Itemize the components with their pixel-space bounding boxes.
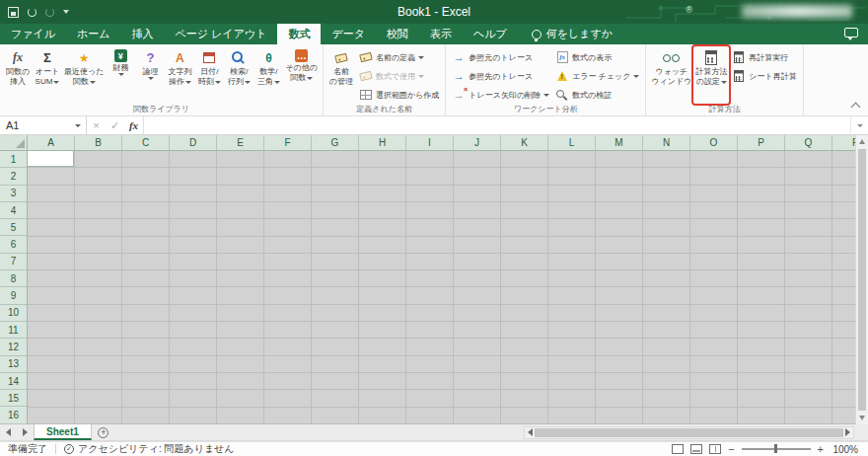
vertical-scrollbar[interactable]	[855, 135, 868, 424]
show-formulas-button[interactable]: 数式の表示	[552, 48, 642, 66]
column-header-C[interactable]: C	[122, 135, 170, 150]
more-functions-button[interactable]: その他の 関数	[283, 46, 320, 104]
zoom-slider-thumb[interactable]	[774, 444, 777, 453]
tell-me-box[interactable]: 何をしますか	[532, 24, 613, 44]
row-header-13[interactable]: 13	[0, 356, 27, 373]
sheet-nav-left-button[interactable]	[0, 424, 17, 440]
column-header-Q[interactable]: Q	[785, 135, 832, 150]
calculate-now-button[interactable]: 再計算実行	[729, 48, 799, 66]
zoom-out-button[interactable]: −	[728, 443, 734, 455]
column-header-L[interactable]: L	[548, 135, 596, 150]
row-header-16[interactable]: 16	[0, 407, 27, 423]
insert-function-fx-icon[interactable]: fx	[124, 116, 143, 134]
zoom-level[interactable]: 100%	[831, 444, 858, 455]
row-header-10[interactable]: 10	[0, 305, 27, 322]
page-layout-view-button[interactable]	[690, 444, 702, 454]
column-header-F[interactable]: F	[264, 135, 312, 150]
column-header-R[interactable]: R	[832, 135, 855, 150]
trace-precedents-button[interactable]: 参照元のトレース	[449, 48, 552, 66]
horizontal-scroll-thumb[interactable]	[535, 428, 843, 437]
column-header-E[interactable]: E	[217, 135, 264, 150]
tab-data[interactable]: データ	[321, 24, 376, 44]
formula-input[interactable]	[144, 116, 850, 134]
zoom-slider[interactable]	[742, 448, 811, 450]
tab-file[interactable]: ファイル	[0, 24, 66, 44]
tab-formulas[interactable]: 数式	[277, 24, 321, 44]
save-icon[interactable]	[8, 7, 19, 18]
scroll-right-icon[interactable]	[845, 428, 850, 436]
column-header-P[interactable]: P	[738, 135, 785, 150]
define-name-button[interactable]: 名前の定義	[356, 48, 442, 66]
row-header-4[interactable]: 4	[0, 202, 27, 219]
select-all-corner[interactable]	[0, 135, 28, 151]
undo-icon[interactable]	[28, 8, 36, 17]
column-header-B[interactable]: B	[75, 135, 122, 150]
name-box[interactable]: A1	[0, 116, 87, 134]
date-time-button[interactable]: 日付/ 時刻	[194, 46, 224, 104]
column-header-O[interactable]: O	[690, 135, 738, 150]
column-header-M[interactable]: M	[596, 135, 643, 150]
row-header-11[interactable]: 11	[0, 322, 27, 339]
column-header-I[interactable]: I	[406, 135, 454, 150]
row-header-3[interactable]: 3	[0, 186, 27, 202]
calculation-options-button[interactable]: 計算方法 の設定	[693, 46, 729, 104]
name-box-caret-icon[interactable]	[75, 124, 81, 127]
tab-help[interactable]: ヘルプ	[463, 24, 518, 44]
column-header-K[interactable]: K	[501, 135, 548, 150]
customize-qat-caret-icon[interactable]	[63, 10, 69, 14]
insert-function-button[interactable]: 関数の 挿入	[3, 46, 33, 104]
vertical-scroll-thumb[interactable]	[858, 149, 866, 411]
row-header-15[interactable]: 15	[0, 390, 27, 407]
row-header-9[interactable]: 9	[0, 287, 27, 304]
scroll-left-icon[interactable]	[528, 428, 533, 436]
calculate-sheet-button[interactable]: シート再計算	[729, 67, 799, 85]
trace-dependents-button[interactable]: 参照先のトレース	[449, 67, 552, 85]
row-header-14[interactable]: 14	[0, 373, 27, 390]
row-header-1[interactable]: 1	[0, 151, 27, 168]
row-header-7[interactable]: 7	[0, 254, 27, 270]
scroll-down-icon[interactable]	[859, 416, 865, 420]
active-cell-a1[interactable]	[28, 151, 74, 167]
lookup-reference-button[interactable]: 検索/ 行列	[224, 46, 253, 104]
column-header-D[interactable]: D	[170, 135, 217, 150]
math-trig-button[interactable]: 数学/ 三角	[253, 46, 283, 104]
row-header-8[interactable]: 8	[0, 270, 27, 287]
normal-view-button[interactable]	[672, 444, 684, 454]
comments-icon[interactable]	[844, 28, 858, 38]
watch-window-button[interactable]: ウォッチ ウィンドウ	[649, 46, 693, 104]
evaluate-formula-button[interactable]: 数式の検証	[552, 86, 642, 104]
remove-arrows-button[interactable]: トレース矢印の削除	[449, 86, 552, 104]
column-header-J[interactable]: J	[454, 135, 501, 150]
cells[interactable]	[28, 151, 855, 424]
page-break-view-button[interactable]	[709, 444, 721, 454]
financial-button[interactable]: 財務	[106, 46, 135, 104]
scroll-up-icon[interactable]	[859, 139, 865, 144]
tab-review[interactable]: 校閲	[376, 24, 419, 44]
formula-bar-expand-button[interactable]	[850, 116, 868, 134]
logical-button[interactable]: 論理	[135, 46, 165, 104]
recently-used-button[interactable]: 最近使った 関数	[62, 46, 106, 104]
accessibility-status[interactable]: ✓ アクセシビリティ: 問題ありません	[64, 442, 235, 456]
create-from-selection-button[interactable]: 選択範囲から作成	[356, 86, 442, 104]
text-functions-button[interactable]: 文字列 操作	[165, 46, 194, 104]
tab-view[interactable]: 表示	[419, 24, 463, 44]
row-header-12[interactable]: 12	[0, 339, 27, 355]
error-checking-button[interactable]: エラー チェック	[552, 67, 642, 85]
column-header-G[interactable]: G	[312, 135, 359, 150]
zoom-in-button[interactable]: +	[818, 443, 824, 455]
sheet-nav-right-button[interactable]	[17, 424, 34, 440]
new-sheet-button[interactable]: +	[92, 424, 115, 440]
row-header-2[interactable]: 2	[0, 168, 27, 185]
horizontal-scrollbar[interactable]	[524, 426, 854, 439]
row-header-5[interactable]: 5	[0, 219, 27, 236]
column-header-H[interactable]: H	[359, 135, 406, 150]
tab-home[interactable]: ホーム	[66, 24, 121, 44]
column-header-N[interactable]: N	[643, 135, 690, 150]
sheet-tab-sheet1[interactable]: Sheet1	[34, 424, 92, 440]
tab-insert[interactable]: 挿入	[121, 24, 165, 44]
collapse-ribbon-button[interactable]	[851, 103, 861, 113]
name-manager-button[interactable]: 名前 の管理	[326, 46, 356, 104]
column-header-A[interactable]: A	[28, 135, 75, 150]
tab-page-layout[interactable]: ページ レイアウト	[165, 24, 278, 44]
autosum-button[interactable]: オート SUM	[33, 46, 62, 104]
